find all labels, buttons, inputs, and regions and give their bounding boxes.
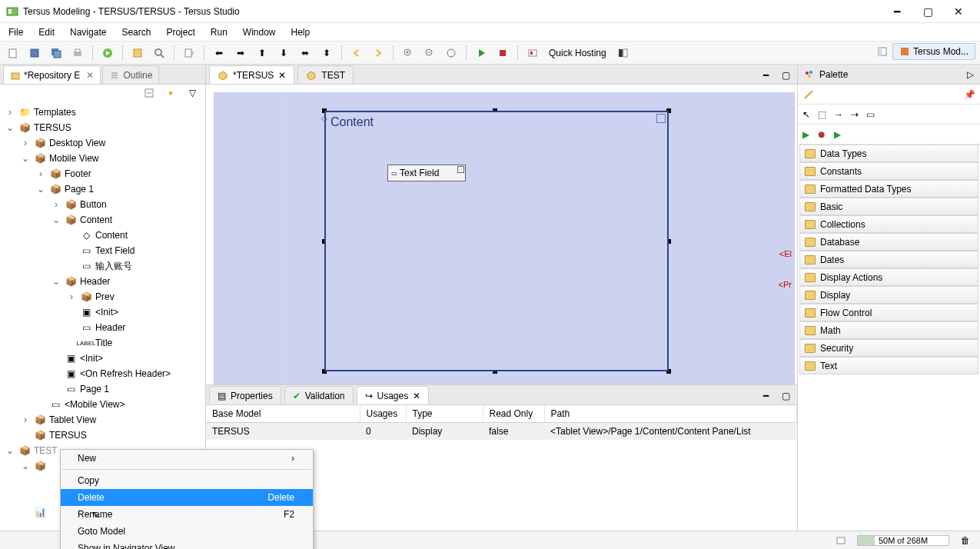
palette-cat-data-types[interactable]: Data Types xyxy=(799,145,978,162)
tree-desktop-view[interactable]: Desktop View xyxy=(49,138,105,148)
col-usages[interactable]: Usages xyxy=(360,405,406,423)
element-minimize-icon[interactable] xyxy=(656,114,666,123)
align-middle-icon[interactable]: ⬍ xyxy=(318,45,335,62)
align-left-icon[interactable]: ⬅ xyxy=(211,45,228,62)
ctx-delete[interactable]: Delete Delete xyxy=(61,489,313,506)
twisty-icon[interactable]: ⌄ xyxy=(51,215,61,225)
tree-content[interactable]: Content xyxy=(80,215,112,225)
close-icon[interactable]: ✕ xyxy=(278,70,286,81)
tree-mobile-view[interactable]: Mobile View xyxy=(49,153,98,164)
twisty-icon[interactable]: › xyxy=(5,107,15,118)
align-top-icon[interactable]: ⬆ xyxy=(254,45,271,62)
element-minimize-icon[interactable] xyxy=(457,166,464,173)
search-icon[interactable] xyxy=(151,45,168,62)
minimize-view-icon[interactable]: ━ xyxy=(757,388,774,404)
marquee-tool-icon[interactable]: ⬚ xyxy=(818,109,826,120)
tree-tersus2[interactable]: TERSUS xyxy=(49,430,87,441)
zoom-fit-icon[interactable] xyxy=(443,45,460,62)
tree-prev[interactable]: Prev xyxy=(95,291,115,302)
twisty-icon[interactable]: ⌄ xyxy=(5,445,15,456)
stop-icon[interactable] xyxy=(494,45,511,62)
perspective-tersus[interactable]: Tersus Mod... xyxy=(892,43,975,60)
close-icon[interactable]: ✕ xyxy=(413,391,420,401)
minimize-view-icon[interactable]: ━ xyxy=(757,67,774,84)
gc-icon[interactable]: 🗑 xyxy=(957,532,974,549)
flow-tool-icon[interactable]: → xyxy=(834,109,843,120)
print-icon[interactable] xyxy=(69,45,86,62)
tree-tablet-view[interactable]: Tablet View xyxy=(49,414,96,425)
collapse-all-icon[interactable] xyxy=(141,85,158,101)
flow-dashed-tool-icon[interactable]: ⇢ xyxy=(851,109,859,120)
menu-project[interactable]: Project xyxy=(164,25,197,39)
align-center-icon[interactable]: ⬌ xyxy=(297,45,314,62)
play-icon[interactable] xyxy=(473,45,490,62)
hosting-icon[interactable] xyxy=(524,45,541,62)
palette-cat-display-actions[interactable]: Display Actions xyxy=(799,268,978,286)
table-row[interactable]: TERSUS 0 Display false <Tablet View>/Pag… xyxy=(206,423,797,441)
twisty-icon[interactable]: › xyxy=(51,199,61,210)
menu-help[interactable]: Help xyxy=(289,25,313,39)
back-icon[interactable] xyxy=(348,45,365,62)
editor-canvas-scroll[interactable]: ◇ Content ▭ Text Field <El <Pr xyxy=(206,85,797,384)
palette-cat-database[interactable]: Database xyxy=(799,233,978,251)
tree-page1[interactable]: Page 1 xyxy=(65,184,94,195)
col-path[interactable]: Path xyxy=(544,405,797,423)
ctx-copy[interactable]: Copy xyxy=(61,472,313,489)
minimize-button[interactable]: ━ xyxy=(882,2,912,22)
menu-navigate[interactable]: Navigate xyxy=(68,25,108,39)
view-menu-icon[interactable]: ▽ xyxy=(184,85,201,101)
tree-input-account[interactable]: 输入账号 xyxy=(95,260,132,273)
text-field-element[interactable]: ▭ Text Field xyxy=(387,165,466,181)
tree-footer[interactable]: Footer xyxy=(65,168,91,179)
twisty-icon[interactable]: ⌄ xyxy=(20,461,31,471)
palette-collapse-icon[interactable]: ▷ xyxy=(967,69,974,80)
menu-window[interactable]: Window xyxy=(241,25,278,39)
tree-button[interactable]: Button xyxy=(80,199,107,210)
ctx-show-navigator[interactable]: Show in Navigator View xyxy=(61,540,313,549)
twisty-icon[interactable]: ⌄ xyxy=(20,153,31,164)
align-bottom-icon[interactable]: ⬇ xyxy=(275,45,292,62)
twisty-icon[interactable]: › xyxy=(20,138,31,148)
palette-cat-display[interactable]: Display xyxy=(799,286,978,304)
external-tool-icon[interactable] xyxy=(129,45,146,62)
twisty-icon[interactable]: › xyxy=(20,414,31,425)
save-icon[interactable] xyxy=(26,45,43,62)
menu-file[interactable]: File xyxy=(6,25,25,39)
new-icon[interactable] xyxy=(5,45,22,62)
palette-cat-flow-control[interactable]: Flow Control xyxy=(799,304,978,321)
tree-templates[interactable]: Templates xyxy=(34,107,76,118)
tree-content-inner[interactable]: Content xyxy=(95,230,128,241)
tree-title[interactable]: Title xyxy=(95,338,112,348)
palette-cat-collections[interactable]: Collections xyxy=(799,215,978,233)
tab-repository-explorer[interactable]: *Repository E ✕ xyxy=(3,65,101,84)
palette-cat-basic[interactable]: Basic xyxy=(799,198,978,215)
maximize-view-icon[interactable]: ▢ xyxy=(777,67,794,84)
zoom-in-icon[interactable] xyxy=(400,45,417,62)
tree-header-inner[interactable]: Header xyxy=(95,322,125,333)
open-perspective-icon[interactable] xyxy=(874,43,891,60)
close-icon[interactable]: ✕ xyxy=(86,70,94,81)
editor-tab-tersus[interactable]: *TERSUS ✕ xyxy=(209,65,294,84)
console-icon[interactable] xyxy=(832,532,849,549)
select-tool-icon[interactable]: ↖ xyxy=(802,109,810,120)
palette-cat-text[interactable]: Text xyxy=(799,357,978,374)
record-tool-icon[interactable]: ⏺ xyxy=(817,129,826,140)
twisty-icon[interactable]: › xyxy=(35,168,46,179)
tree-test[interactable]: TEST xyxy=(34,445,58,456)
play-marked-tool-icon[interactable]: ▶ xyxy=(834,129,841,140)
tree-mobile-view-bracket[interactable]: <Mobile View> xyxy=(65,399,125,410)
tree-header[interactable]: Header xyxy=(80,276,110,287)
hosting-toggle-icon[interactable] xyxy=(614,45,631,62)
memory-meter[interactable]: 50M of 268M xyxy=(857,535,949,546)
close-button[interactable]: ✕ xyxy=(943,2,974,22)
twisty-icon[interactable]: ⌄ xyxy=(51,276,61,287)
wand-icon[interactable] xyxy=(802,88,815,101)
tab-outline[interactable]: Outline xyxy=(102,65,159,84)
ctx-goto-model[interactable]: Goto Model xyxy=(61,523,313,540)
note-tool-icon[interactable]: ▭ xyxy=(866,109,875,120)
twisty-icon[interactable]: ⌄ xyxy=(35,184,46,195)
tree-init2[interactable]: <Init> xyxy=(80,353,103,364)
run-config-icon[interactable] xyxy=(99,45,116,62)
col-type[interactable]: Type xyxy=(406,405,483,423)
tree-tersus[interactable]: TERSUS xyxy=(34,122,71,133)
